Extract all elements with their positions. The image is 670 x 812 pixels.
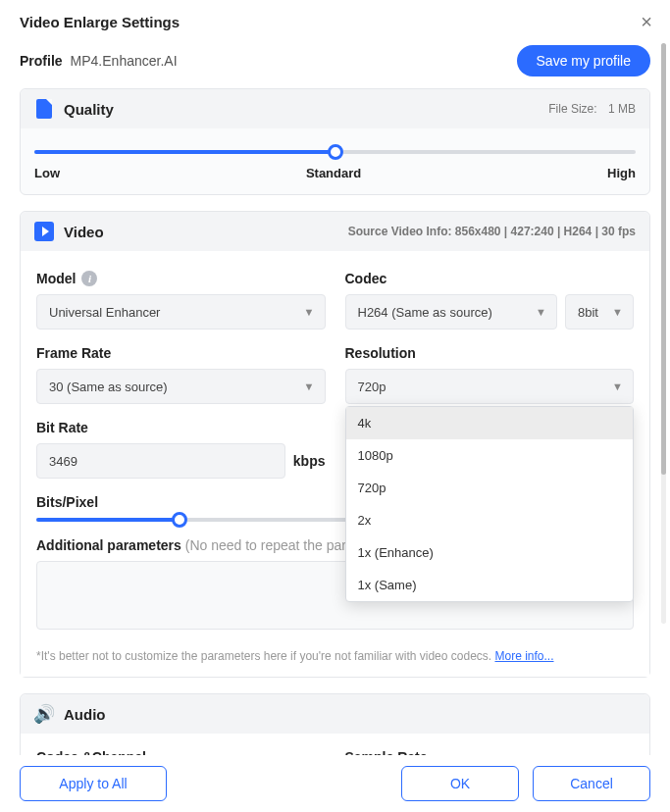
audio-section: 🔊 Audio Codec &Channel Sample Rate — [20, 693, 650, 755]
speaker-icon: 🔊 — [34, 704, 54, 724]
model-value: Universal Enhancer — [49, 305, 160, 320]
chevron-down-icon: ▼ — [536, 306, 546, 318]
scrollbar[interactable] — [661, 43, 666, 624]
quality-slider[interactable] — [34, 150, 636, 154]
video-section: Video Source Video Info: 856x480 | 427:2… — [20, 211, 650, 678]
model-select[interactable]: Universal Enhancer ▼ — [36, 294, 326, 330]
model-label: Model — [36, 271, 76, 286]
chevron-down-icon: ▼ — [612, 381, 623, 392]
bitdepth-value: 8bit — [578, 305, 598, 320]
framerate-label: Frame Rate — [36, 345, 326, 361]
play-icon — [34, 222, 54, 241]
profile-name: MP4.Enhancer.AI — [71, 53, 178, 69]
codec-select[interactable]: H264 (Same as source) ▼ — [345, 294, 558, 330]
bitdepth-select[interactable]: 8bit ▼ — [565, 294, 634, 330]
codec-value: H264 (Same as source) — [358, 305, 492, 320]
chevron-down-icon: ▼ — [304, 381, 315, 392]
codec-label: Codec — [345, 271, 635, 286]
resolution-option[interactable]: 1080p — [346, 439, 634, 472]
bitrate-label: Bit Rate — [36, 420, 326, 435]
dialog-footer: Apply to All OK Cancel — [0, 755, 670, 812]
framerate-select[interactable]: 30 (Same as source) ▼ — [36, 369, 326, 404]
quality-section: Quality File Size: 1 MB Low Standard Hig… — [20, 88, 650, 195]
chevron-down-icon: ▼ — [612, 306, 623, 318]
source-video-info: Source Video Info: 856x480 | 427:240 | H… — [348, 225, 636, 238]
dialog-title: Video Enlarge Settings — [20, 14, 180, 30]
resolution-option[interactable]: 1x (Same) — [346, 569, 634, 601]
more-info-link[interactable]: More info... — [494, 649, 553, 663]
resolution-option[interactable]: 4k — [346, 407, 634, 439]
apply-to-all-button[interactable]: Apply to All — [20, 766, 167, 801]
close-icon[interactable]: × — [641, 12, 652, 31]
audio-title: Audio — [64, 706, 106, 723]
video-title: Video — [64, 224, 104, 240]
quality-high-label: High — [607, 166, 636, 180]
additional-params-label: Additional parameters — [36, 537, 181, 553]
resolution-value: 720p — [358, 380, 387, 394]
quality-title: Quality — [64, 101, 114, 118]
codec-note: *It's better not to customize the parame… — [36, 649, 634, 663]
filesize-value: 1 MB — [608, 102, 636, 116]
resolution-label: Resolution — [345, 345, 635, 361]
framerate-value: 30 (Same as source) — [49, 380, 168, 394]
profile-row: Profile MP4.Enhancer.AI Save my profile — [20, 45, 650, 76]
codec-note-text: *It's better not to customize the parame… — [36, 649, 494, 663]
ok-button[interactable]: OK — [401, 766, 519, 801]
bitrate-unit: kbps — [293, 453, 326, 469]
quality-low-label: Low — [34, 166, 60, 180]
resolution-dropdown: 4k1080p720p2x1x (Enhance)1x (Same) — [345, 406, 635, 602]
resolution-option[interactable]: 1x (Enhance) — [346, 536, 634, 569]
resolution-option[interactable]: 720p — [346, 472, 634, 504]
quality-standard-label: Standard — [306, 166, 361, 180]
resolution-option[interactable]: 2x — [346, 504, 634, 536]
resolution-select[interactable]: 720p ▼ — [345, 369, 635, 404]
profile-label: Profile — [20, 53, 63, 69]
cancel-button[interactable]: Cancel — [533, 766, 650, 801]
info-icon[interactable]: i — [81, 271, 97, 286]
document-icon — [34, 99, 54, 119]
filesize-label: File Size: — [548, 102, 596, 116]
chevron-down-icon: ▼ — [304, 306, 315, 318]
bitrate-input[interactable] — [36, 443, 285, 479]
save-profile-button[interactable]: Save my profile — [517, 45, 650, 76]
